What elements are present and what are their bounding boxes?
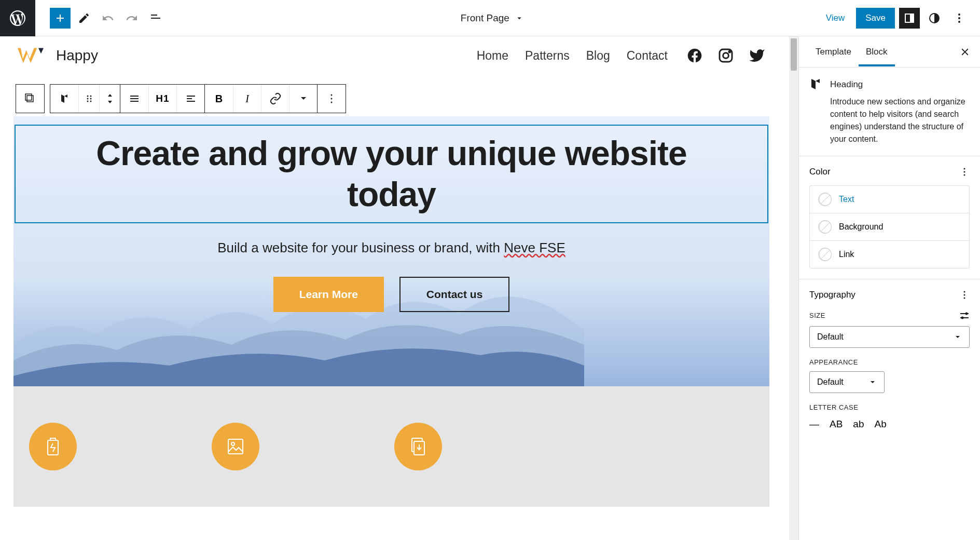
save-button[interactable]: Save <box>856 8 895 29</box>
heading-block[interactable]: Create and grow your unique website toda… <box>15 125 768 223</box>
view-button[interactable]: View <box>819 9 852 28</box>
color-link-row[interactable]: Link <box>810 240 969 268</box>
bold-button[interactable]: B <box>205 85 233 113</box>
svg-point-23 <box>331 95 333 96</box>
feature-download-icon <box>394 423 442 470</box>
heading-level-button[interactable]: H1 <box>148 85 176 113</box>
chevron-down-icon <box>954 333 962 341</box>
nav-patterns[interactable]: Patterns <box>525 49 570 63</box>
svg-point-43 <box>964 297 965 299</box>
heading-text[interactable]: Create and grow your unique website toda… <box>78 133 705 215</box>
svg-line-36 <box>821 195 830 204</box>
empty-swatch-icon <box>818 248 832 261</box>
color-background-row[interactable]: Background <box>810 213 969 240</box>
svg-rect-18 <box>130 98 139 99</box>
svg-rect-27 <box>50 438 56 440</box>
svg-rect-1 <box>910 14 914 22</box>
svg-point-47 <box>961 316 964 319</box>
feature-battery-icon <box>29 423 77 470</box>
add-block-button[interactable] <box>50 8 71 29</box>
svg-point-16 <box>90 101 91 102</box>
tools-button[interactable] <box>74 8 94 29</box>
svg-point-42 <box>964 294 965 295</box>
text-align-button[interactable] <box>176 85 204 113</box>
block-toolbar: H1 B I <box>16 84 767 113</box>
scrollbar[interactable] <box>789 36 798 540</box>
svg-rect-19 <box>130 101 139 102</box>
svg-point-41 <box>964 291 965 292</box>
svg-point-34 <box>964 174 965 176</box>
italic-button[interactable]: I <box>233 85 261 113</box>
tab-block[interactable]: Block <box>859 37 895 66</box>
site-title[interactable]: Happy <box>56 47 98 64</box>
svg-point-25 <box>331 102 333 103</box>
svg-rect-28 <box>228 439 243 454</box>
block-info-desc: Introduce new sections and organize cont… <box>830 96 970 145</box>
svg-point-11 <box>87 96 88 97</box>
svg-rect-10 <box>25 94 32 100</box>
nav-contact[interactable]: Contact <box>627 49 668 63</box>
lettercase-label: LETTER CASE <box>809 403 858 411</box>
page-title[interactable]: Front Page <box>461 12 509 24</box>
heading-block-icon <box>809 78 822 90</box>
empty-swatch-icon <box>818 220 832 234</box>
sliders-icon[interactable] <box>959 310 970 321</box>
color-panel-title: Color <box>809 167 831 177</box>
block-type-button[interactable] <box>50 85 78 113</box>
svg-point-12 <box>90 96 91 97</box>
styles-button[interactable] <box>924 8 945 29</box>
close-sidebar-button[interactable] <box>959 46 971 58</box>
options-button[interactable] <box>949 8 970 29</box>
nav-home[interactable]: Home <box>477 49 508 63</box>
color-panel-options-icon[interactable] <box>959 167 970 177</box>
move-buttons[interactable] <box>99 85 120 113</box>
learn-more-button[interactable]: Learn More <box>273 277 384 312</box>
align-button[interactable] <box>120 85 148 113</box>
wordpress-logo[interactable] <box>0 0 35 36</box>
nav-blog[interactable]: Blog <box>586 49 610 63</box>
svg-point-4 <box>958 17 960 19</box>
color-text-row[interactable]: Text <box>810 186 969 213</box>
size-select[interactable]: Default <box>809 326 970 348</box>
lettercase-cap[interactable]: Ab <box>875 419 887 430</box>
parent-block-button[interactable] <box>16 85 44 113</box>
scrollbar-thumb[interactable] <box>791 38 797 71</box>
chevron-down-icon <box>515 14 524 23</box>
svg-point-45 <box>965 312 968 315</box>
drag-handle[interactable] <box>78 85 99 113</box>
redo-button[interactable] <box>121 8 142 29</box>
settings-panel-toggle[interactable] <box>899 8 920 29</box>
block-info-title: Heading <box>830 78 970 91</box>
undo-button[interactable] <box>98 8 118 29</box>
svg-point-5 <box>958 21 960 23</box>
tab-template[interactable]: Template <box>808 37 859 66</box>
lettercase-lower[interactable]: ab <box>853 419 864 430</box>
editor-canvas[interactable]: Happy Home Patterns Blog Contact <box>0 36 789 540</box>
lettercase-none[interactable]: — <box>809 419 819 430</box>
svg-rect-22 <box>187 101 195 102</box>
svg-point-15 <box>87 101 88 102</box>
more-formatting-button[interactable] <box>289 85 317 113</box>
appearance-select[interactable]: Default <box>809 371 885 393</box>
subheading[interactable]: Build a website for your business or bra… <box>13 240 769 256</box>
lettercase-upper[interactable]: AB <box>830 419 843 430</box>
size-label: SIZE <box>809 312 825 319</box>
facebook-icon[interactable] <box>686 47 703 64</box>
typography-panel-options-icon[interactable] <box>959 290 970 300</box>
contact-us-button[interactable]: Contact us <box>399 277 510 312</box>
svg-point-8 <box>729 51 730 52</box>
block-options-button[interactable] <box>318 85 346 113</box>
link-button[interactable] <box>261 85 289 113</box>
settings-sidebar: Template Block Heading Introduce new sec… <box>798 36 980 540</box>
svg-line-40 <box>821 250 830 259</box>
twitter-icon[interactable] <box>749 47 765 64</box>
hero-section[interactable]: Create and grow your unique website toda… <box>13 116 769 386</box>
instagram-icon[interactable] <box>717 47 734 64</box>
svg-point-7 <box>723 53 729 59</box>
svg-point-14 <box>90 98 91 100</box>
list-view-button[interactable] <box>145 8 166 29</box>
site-logo[interactable] <box>18 46 44 65</box>
features-section[interactable] <box>13 386 769 507</box>
svg-rect-21 <box>187 98 192 99</box>
svg-rect-20 <box>187 96 195 97</box>
